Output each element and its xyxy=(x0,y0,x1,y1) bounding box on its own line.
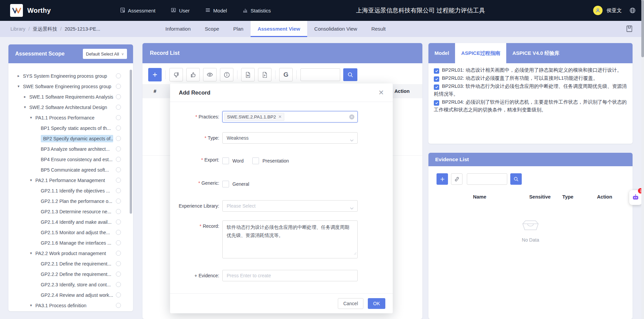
tree-item[interactable]: GP2.1.6 Manage the interfaces ... xyxy=(8,238,133,248)
tree-item-label[interactable]: GP2.2.3 Identify, store and cont... xyxy=(41,281,113,288)
tree-item-radio[interactable] xyxy=(116,199,121,204)
tab-assessment-view[interactable]: Assessment View xyxy=(251,21,307,37)
presentation-checkbox-label[interactable]: Presentation xyxy=(262,157,289,165)
tree-item[interactable]: ▾PA3.1 Process definition xyxy=(8,300,133,311)
tree-item-radio[interactable] xyxy=(116,272,121,277)
tree-item-radio[interactable] xyxy=(116,282,121,287)
tree-item-label[interactable]: SWE.2 Software Architectural Design xyxy=(29,104,113,111)
tree-item-radio[interactable] xyxy=(116,188,121,193)
close-icon[interactable]: ✕ xyxy=(378,89,384,96)
user-name[interactable]: 侯亚文 xyxy=(607,7,622,14)
tree-item[interactable]: GP2.1.3 Determine resource ne... xyxy=(8,206,133,217)
tree-item[interactable]: BP2 Specify dynamic aspects of... xyxy=(8,133,133,144)
tree-item[interactable]: GP2.2.2 Define the requirement... xyxy=(8,269,133,279)
caret-collapsed-icon[interactable]: ▸ xyxy=(23,95,27,99)
tree-item-radio[interactable] xyxy=(116,209,121,214)
tree-item[interactable]: BP1 Specify static aspects of th... xyxy=(8,123,133,133)
tree-item-radio[interactable] xyxy=(116,303,121,308)
tree-item[interactable]: ▸SYS System Engineering process group xyxy=(8,71,133,81)
tree-item[interactable]: BP3 Analyze software architect... xyxy=(8,144,133,154)
tree-item-label[interactable]: GP2.2.1 Define the requirement... xyxy=(41,260,113,268)
ok-button[interactable]: OK xyxy=(368,298,385,309)
tab-consolidation-view[interactable]: Consolidation View xyxy=(307,21,364,37)
tree-item-label[interactable]: GP2.1.6 Manage the interfaces ... xyxy=(41,239,113,247)
tree-item[interactable]: GP2.2.4 Review and adjust work... xyxy=(8,290,133,300)
checkbox-checked-icon[interactable] xyxy=(434,100,439,106)
assistant-widget[interactable]: 1 xyxy=(629,190,642,205)
tree-item[interactable]: GP2.1.4 Identify and make avail... xyxy=(8,217,133,227)
nav-assessment[interactable]: Assessment xyxy=(120,7,156,14)
practices-multiselect[interactable]: SWE.SWE.2.PA1.1.BP2 ✕ ✕ xyxy=(222,111,358,122)
tree-item[interactable]: ▾SWE.2 Software Architectural Design xyxy=(8,102,133,112)
evidence-input[interactable] xyxy=(222,270,358,281)
scope-scrollbar[interactable] xyxy=(130,70,132,214)
tab-information[interactable]: Information xyxy=(158,21,198,37)
avatar[interactable] xyxy=(593,6,603,15)
tab-aspice-guide[interactable]: ASPICE过程指南 xyxy=(455,43,506,63)
export-word-button[interactable]: W xyxy=(241,68,255,81)
breadcrumb-project[interactable]: 2025-1213-PE... xyxy=(65,26,100,32)
worthy-logo-icon[interactable] xyxy=(10,4,23,17)
tree-item-label[interactable]: SWE.1 Software Requirements Analysis xyxy=(29,93,113,101)
evidence-search-input[interactable] xyxy=(467,173,507,185)
tree-item-radio[interactable] xyxy=(116,157,121,162)
word-checkbox[interactable] xyxy=(222,157,229,164)
tree-item-label[interactable]: BP2 Specify dynamic aspects of... xyxy=(41,135,113,142)
google-translate-button[interactable]: G xyxy=(279,68,293,81)
save-icon[interactable] xyxy=(626,25,633,34)
caret-expanded-icon[interactable]: ▾ xyxy=(29,303,33,308)
tree-item[interactable]: BP5 Communicate agreed soft... xyxy=(8,165,133,175)
tree-item-label[interactable]: SYS System Engineering process group xyxy=(23,72,113,80)
record-search-button[interactable] xyxy=(343,68,357,81)
tree-item-radio[interactable] xyxy=(116,146,121,151)
general-checkbox-label[interactable]: General xyxy=(232,180,249,188)
tree-item[interactable]: GP2.2.1 Define the requirement... xyxy=(8,258,133,269)
record-search-input[interactable] xyxy=(300,68,340,81)
tab-model[interactable]: Model xyxy=(428,43,455,63)
breadcrumb-library[interactable]: Library xyxy=(10,26,25,32)
tree-item-radio[interactable] xyxy=(116,251,121,256)
tree-item[interactable]: BP4 Ensure consistency and est... xyxy=(8,154,133,165)
general-checkbox[interactable] xyxy=(222,181,229,187)
checkbox-checked-icon[interactable] xyxy=(434,84,439,90)
tree-item-radio[interactable] xyxy=(116,136,121,141)
resize-grip-icon[interactable] xyxy=(354,249,357,257)
tree-item-label[interactable]: GP2.2.4 Review and adjust work... xyxy=(41,291,113,299)
tree-item-radio[interactable] xyxy=(116,219,121,224)
record-textarea[interactable]: 软件动态行为设计必须包含应用的中断处理、任务调度周期优先级、资源消耗情况等。 xyxy=(222,220,358,258)
tree-item-label[interactable]: PA3.1 Process definition xyxy=(35,302,113,309)
tree-item-radio[interactable] xyxy=(116,261,121,266)
page-scrollbar-thumb[interactable] xyxy=(641,0,644,57)
tree-item-radio[interactable] xyxy=(116,167,121,172)
tree-item-radio[interactable] xyxy=(116,178,121,183)
tree-item-label[interactable]: BP5 Communicate agreed soft... xyxy=(41,166,113,174)
tree-item-radio[interactable] xyxy=(116,105,121,110)
page-scrollbar[interactable] xyxy=(641,0,644,319)
tree-item[interactable]: ▸SWE.1 Software Requirements Analysis xyxy=(8,92,133,102)
tab-plan[interactable]: Plan xyxy=(226,21,251,37)
export-presentation-button[interactable]: P xyxy=(258,68,271,81)
tree-item[interactable]: GP2.1.1 Identify the objectives ... xyxy=(8,185,133,196)
evidence-add-prefix[interactable]: + xyxy=(194,273,197,278)
tree-item-radio[interactable] xyxy=(116,292,121,297)
tree-item-label[interactable]: PA1.1 Process Performance xyxy=(35,114,113,121)
tree-item-label[interactable]: GP2.1.1 Identify the objectives ... xyxy=(41,187,113,194)
tree-item-label[interactable]: PA2.1 Performance Management xyxy=(35,177,113,184)
add-record-button[interactable] xyxy=(148,68,162,81)
tree-item[interactable]: ▾PA2.2 Work product management xyxy=(8,248,133,258)
caret-expanded-icon[interactable]: ▾ xyxy=(29,251,33,255)
tab-result[interactable]: Result xyxy=(364,21,393,37)
checkbox-checked-icon[interactable] xyxy=(434,76,439,82)
tag-remove-icon[interactable]: ✕ xyxy=(278,114,282,119)
thumbs-down-button[interactable] xyxy=(169,68,183,81)
breadcrumb-org[interactable]: 亚远景科技 xyxy=(33,26,57,32)
caret-collapsed-icon[interactable]: ▸ xyxy=(16,74,21,78)
tree-item[interactable]: ▾PA1.1 Process Performance xyxy=(8,112,133,123)
nav-statistics[interactable]: Statistics xyxy=(243,7,271,14)
tree-item-label[interactable]: GP2.1.3 Determine resource ne... xyxy=(41,208,113,215)
link-evidence-button[interactable] xyxy=(451,173,462,185)
tree-item-label[interactable]: BP3 Analyze software architect... xyxy=(41,145,113,153)
caret-expanded-icon[interactable]: ▾ xyxy=(29,115,33,120)
thumbs-up-button[interactable] xyxy=(186,68,200,81)
nav-user[interactable]: User xyxy=(171,7,190,14)
